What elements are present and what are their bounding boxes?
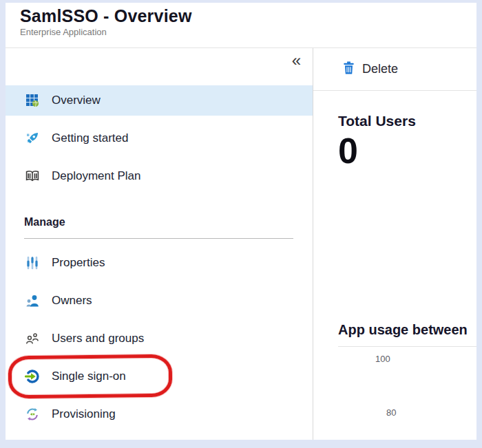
page-subtitle: Enterprise Application bbox=[20, 27, 476, 37]
sidebar-item-label: Owners bbox=[52, 294, 92, 308]
users-icon bbox=[24, 332, 41, 345]
sidebar-item-properties[interactable]: Properties bbox=[6, 248, 313, 278]
sidebar-item-getting-started[interactable]: Getting started bbox=[6, 123, 313, 153]
page-title: SamlSSO - Overview bbox=[20, 6, 476, 26]
rocket-icon bbox=[24, 131, 41, 145]
sidebar-item-label: Overview bbox=[52, 94, 101, 107]
sidebar-item-label: Getting started bbox=[52, 131, 129, 145]
sidebar-item-label: Deployment Plan bbox=[52, 169, 140, 183]
sidebar-nav: « bbox=[6, 48, 313, 440]
sidebar-collapse-row: « bbox=[6, 48, 313, 85]
delete-button-label: Delete bbox=[362, 62, 398, 76]
sidebar-item-overview[interactable]: Overview bbox=[6, 85, 313, 116]
blade-header: SamlSSO - Overview Enterprise Applicatio… bbox=[6, 3, 476, 48]
command-bar: Delete bbox=[313, 48, 476, 91]
sidebar-item-deployment-plan[interactable]: Deployment Plan bbox=[6, 161, 313, 191]
section-divider bbox=[24, 238, 293, 239]
sidebar-item-label: Users and groups bbox=[52, 332, 144, 345]
collapse-sidebar-icon[interactable]: « bbox=[292, 51, 301, 71]
chart-divider bbox=[338, 346, 476, 347]
overview-panel: Delete Total Users 0 App usage between 1… bbox=[313, 48, 476, 440]
sidebar-section-manage: Manage bbox=[24, 216, 313, 231]
overview-content: Total Users 0 App usage between 100 80 bbox=[313, 91, 476, 418]
owners-icon bbox=[24, 295, 41, 307]
sidebar-top-group: Overview Getting started bbox=[6, 85, 313, 191]
sidebar-item-label: Single sign-on bbox=[52, 370, 126, 383]
sidebar-item-owners[interactable]: Owners bbox=[6, 286, 313, 316]
sidebar-item-users-and-groups[interactable]: Users and groups bbox=[6, 323, 313, 354]
sidebar-item-label: Provisioning bbox=[52, 407, 116, 421]
total-users-label: Total Users bbox=[338, 113, 476, 129]
sync-icon bbox=[24, 407, 41, 421]
sidebar-item-label: Properties bbox=[52, 256, 105, 270]
overview-grid-icon bbox=[24, 94, 41, 107]
sliders-icon bbox=[24, 256, 41, 270]
y-axis-tick-100: 100 bbox=[375, 354, 476, 364]
sidebar-item-provisioning[interactable]: Provisioning bbox=[6, 399, 313, 429]
book-icon bbox=[24, 170, 41, 182]
app-window: SamlSSO - Overview Enterprise Applicatio… bbox=[6, 3, 476, 440]
sign-in-icon bbox=[24, 369, 41, 384]
sidebar-item-single-sign-on[interactable]: Single sign-on bbox=[6, 361, 313, 392]
trash-icon bbox=[343, 61, 355, 77]
delete-button[interactable]: Delete bbox=[343, 61, 398, 77]
y-axis-tick-80: 80 bbox=[386, 407, 476, 418]
content-spacer bbox=[338, 172, 476, 322]
sidebar-manage-group: Properties Owners bbox=[6, 248, 313, 429]
app-usage-chart-title: App usage between bbox=[338, 322, 476, 338]
total-users-value: 0 bbox=[338, 131, 476, 172]
